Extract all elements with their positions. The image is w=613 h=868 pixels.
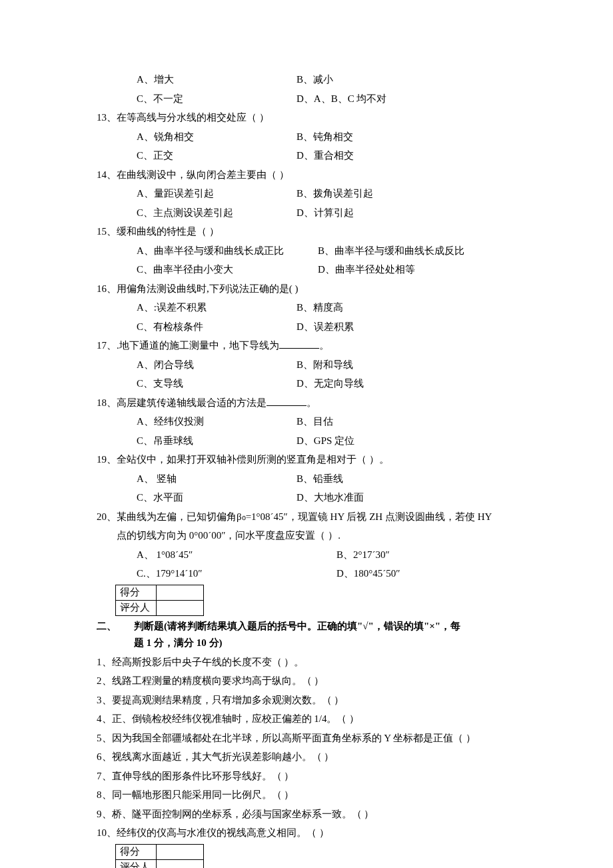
q14-opt-a: A、量距误差引起 [137,184,297,203]
q20-cont: 点的切线方向为 0°00´00″，问水平度盘应安置（ ）. [97,526,526,545]
q17-opt-b: B、附和导线 [297,355,353,375]
score-label: 得分 [116,844,157,859]
q13-opt-d: D、重合相交 [297,146,354,165]
q14-opt-c: C、主点测设误差引起 [137,203,297,223]
q19-opt-b: B、铅垂线 [297,469,343,489]
q18-opt-a: A、经纬仪投测 [137,412,297,431]
q17-pre: 17、.地下通道的施工测量中，地下导线为 [97,340,279,351]
q18-opt-c: C、吊垂球线 [137,431,297,451]
q12-opt-d: D、A、B、C 均不对 [297,89,386,109]
q16-opt-c: C、有检核条件 [137,317,297,337]
q14-options: A、量距误差引起 B、拨角误差引起 C、主点测设误差引起 D、计算引起 [97,184,526,222]
q20-options: A、 1°08´45″ B、2°17´30″ C.、179°14´10″ D、1… [97,545,526,583]
q17-options: A、闭合导线 B、附和导线 C、支导线 D、无定向导线 [97,355,526,393]
q13-stem: 13、在等高线与分水线的相交处应（ ） [97,108,526,127]
q18-options: A、经纬仪投测 B、目估 C、吊垂球线 D、GPS 定位 [97,412,526,450]
q13-options: A、锐角相交 B、钝角相交 C、正交 D、重合相交 [97,127,526,165]
q19-opt-c: C、水平面 [137,488,297,507]
q16-options: A、:误差不积累 B、精度高 C、有检核条件 D、误差积累 [97,298,526,336]
q13-opt-c: C、正交 [137,146,297,165]
q12-opt-b: B、减小 [297,70,333,89]
q12-options: A、增大 B、减小 C、不一定 D、A、B、C 均不对 [97,70,526,108]
q14-opt-b: B、拨角误差引起 [297,184,373,203]
grader-label: 评分人 [116,859,157,868]
section-2-num: 二、 [97,617,134,636]
q12-opt-a: A、增大 [137,70,297,89]
q19-stem: 19、全站仪中，如果打开双轴补偿则所测的竖直角是相对于（ ）。 [97,450,526,469]
q20-stem: 20、某曲线为左偏，已知切偏角β₀=1°08´45″，现置镜 HY 后视 ZH … [97,507,526,527]
q17-opt-a: A、闭合导线 [137,355,297,375]
q19-opt-d: D、大地水准面 [297,488,364,507]
q20-opt-a: A、 1°08´45″ [137,545,336,565]
section-2-head: 二、判断题(请将判断结果填入题后的括号中。正确的填"√"，错误的填"×"，每 [97,617,526,636]
score-label: 得分 [116,585,157,600]
score-table-2: 得分 评分人 [115,844,204,869]
q18-stem: 18、高层建筑传递轴线最合适的方法是。 [97,393,526,413]
q19-opt-a: A、 竖轴 [137,469,297,489]
q17-opt-d: D、无定向导线 [297,374,364,393]
score-value [157,844,204,859]
q15-opt-c: C、曲率半径由小变大 [137,260,318,279]
q17-post: 。 [319,340,329,351]
q15-opt-d: D、曲率半径处处相等 [318,260,415,279]
q14-opt-d: D、计算引起 [297,203,354,223]
q13-opt-b: B、钝角相交 [297,127,353,147]
q18-pre: 18、高层建筑传递轴线最合适的方法是 [97,397,267,408]
q15-opt-b: B、曲率半径与缓和曲线长成反比 [318,241,464,261]
grader-value [157,859,204,868]
q16-stem: 16、用偏角法测设曲线时,下列说法正确的是( ) [97,279,526,299]
tf-9: 9、桥、隧平面控制网的坐标系，必须与国家坐标系一致。（ ） [97,805,526,824]
tf-2: 2、线路工程测量的精度横向要求均高于纵向。（ ） [97,671,526,691]
q15-options: A、曲率半径与缓和曲线长成正比 B、曲率半径与缓和曲线长成反比 C、曲率半径由小… [97,241,526,279]
q13-opt-a: A、锐角相交 [137,127,297,147]
q16-opt-b: B、精度高 [297,298,343,317]
q20-opt-d: D、180°45´50″ [336,564,400,583]
blank-line [267,395,306,406]
tf-6: 6、视线离水面越近，其大气折光误差影响越小。（ ） [97,747,526,767]
q12-opt-c: C、不一定 [137,89,297,109]
tf-10: 10、经纬仪的仪高与水准仪的视线高意义相同。（ ） [97,823,526,843]
q15-stem: 15、缓和曲线的特性是（ ） [97,222,526,241]
q20-opt-c: C.、179°14´10″ [137,564,336,583]
section-2-title: 判断题(请将判断结果填入题后的括号中。正确的填"√"，错误的填"×"，每 [134,621,460,631]
tf-8: 8、同一幅地形图只能采用同一比例尺。（ ） [97,785,526,805]
q20-opt-b: B、2°17´30″ [336,545,390,565]
q18-post: 。 [306,397,316,408]
tf-7: 7、直伸导线的图形条件比环形导线好。（ ） [97,767,526,786]
score-value [157,585,204,600]
tf-3: 3、要提高观测结果精度，只有增加多余观测次数。（ ） [97,691,526,710]
q19-options: A、 竖轴 B、铅垂线 C、水平面 D、大地水准面 [97,469,526,507]
q17-stem: 17、.地下通道的施工测量中，地下导线为。 [97,336,526,355]
tf-5: 5、因为我国全部疆域都处在北半球，所以高斯平面直角坐标系的 Y 坐标都是正值（ … [97,729,526,748]
tf-4: 4、正、倒镜检校经纬仪视准轴时，应校正偏差的 1/4。（ ） [97,709,526,729]
q16-opt-a: A、:误差不积累 [137,298,297,317]
score-table-1: 得分 评分人 [115,585,204,616]
blank-line [279,338,319,349]
q18-opt-d: D、GPS 定位 [297,431,354,451]
grader-label: 评分人 [116,600,157,615]
q17-opt-c: C、支导线 [137,374,297,393]
grader-value [157,600,204,615]
q18-opt-b: B、目估 [297,412,333,431]
q14-stem: 14、在曲线测设中，纵向闭合差主要由（ ） [97,165,526,185]
tf-1: 1、经高斯投影后中央子午线的长度不变（ ）。 [97,653,526,672]
q15-opt-a: A、曲率半径与缓和曲线长成正比 [137,241,318,261]
q16-opt-d: D、误差积累 [297,317,354,337]
section-2-sub: 题 1 分，满分 10 分) [97,633,526,653]
